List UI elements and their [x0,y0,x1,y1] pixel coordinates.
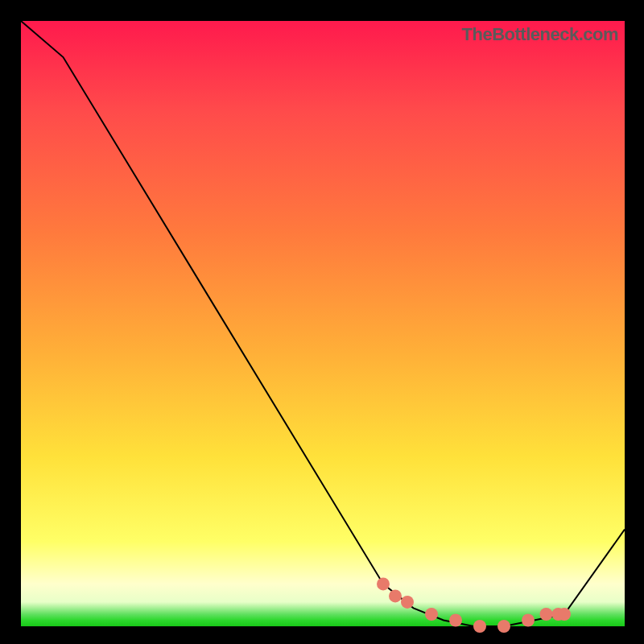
sweet-spot-dots [377,577,571,633]
sweet-spot-dot [558,608,571,621]
plot-area: TheBottleneck.com [21,21,625,626]
sweet-spot-dot [377,577,390,590]
sweet-spot-dot [425,608,438,621]
sweet-spot-dot [449,614,462,627]
sweet-spot-dot [473,620,486,633]
sweet-spot-dot [522,614,535,627]
sweet-spot-dot [401,596,414,609]
sweet-spot-dot [497,620,510,633]
chart-frame: TheBottleneck.com [0,0,644,644]
sweet-spot-dot [389,589,402,602]
sweet-spot-dot [540,608,553,621]
curve-layer [21,21,625,626]
bottleneck-curve [21,21,625,626]
